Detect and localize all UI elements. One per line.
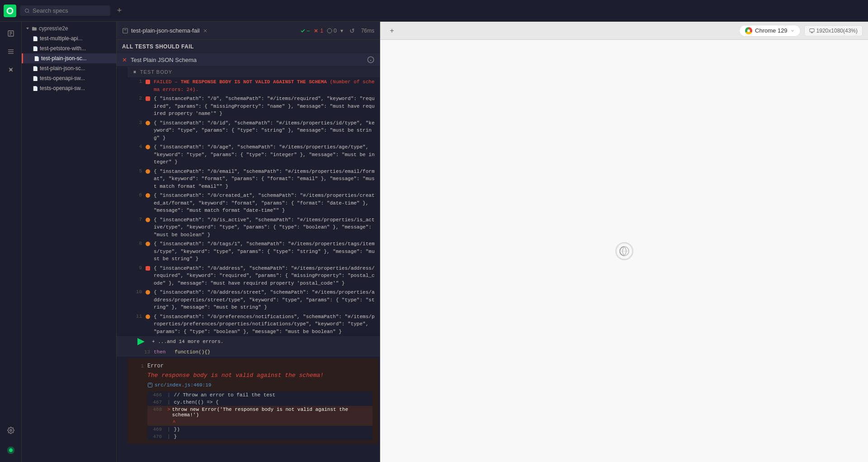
add-spec-button[interactable]: +: [114, 5, 125, 16]
log-line-13[interactable]: 13 then function(){}: [117, 347, 380, 357]
tree-folder-e2e[interactable]: cypress\e2e: [22, 24, 116, 33]
more-errors-text: + ...and 14 more errors.: [152, 339, 223, 344]
spec-status-bar: – 1 0 ▾ ↺ 76ms: [300, 25, 374, 36]
pending-count: 0: [327, 28, 337, 34]
svg-marker-15: [26, 28, 29, 29]
tree-item-3[interactable]: 📄 test-plain-json-sc...: [22, 63, 116, 73]
code-content-caret: ^: [173, 419, 176, 425]
test-case-row[interactable]: ✕ Test Plain JSON Schema: [117, 53, 380, 67]
svg-point-22: [327, 29, 332, 33]
code-content-469: }): [174, 427, 180, 432]
chevron-down-button[interactable]: ▾: [340, 28, 343, 34]
spec-tab: test-plain-json-schema-fail: [122, 27, 208, 34]
log-line-10[interactable]: 10 { "instancePath": "/0/address/street"…: [117, 288, 380, 312]
log-line-2[interactable]: 2 { "instancePath": "/0", "schemaPath": …: [117, 94, 380, 119]
log-content-10: { "instancePath": "/0/address/street", "…: [154, 289, 376, 311]
sidebar-item-list[interactable]: [3, 43, 19, 60]
sidebar-item-settings[interactable]: [3, 422, 19, 438]
code-num-470: 470: [151, 434, 167, 439]
tree-item-label-4: tests-openapi-sw...: [40, 75, 85, 81]
file-link-icon: [147, 382, 153, 388]
log-line-7[interactable]: 7 { "instancePath": "/0/is_active", "sch…: [117, 215, 380, 240]
tree-item-label-2: test-plain-json-sc...: [41, 55, 87, 62]
log-indicator-10: [146, 290, 150, 295]
log-line-8[interactable]: 8 { "instancePath": "/0/tags/1", "schema…: [117, 239, 380, 264]
log-line-9[interactable]: 9 { "instancePath": "/0/address", "schem…: [117, 264, 380, 288]
error-title: Error: [147, 363, 164, 369]
log-line-3[interactable]: 3 { "instancePath": "/0/id", "schemaPath…: [117, 119, 380, 143]
svg-point-1: [8, 9, 12, 13]
file-icon-3: 📄: [33, 66, 38, 71]
error-message: The response body is not valid against t…: [147, 372, 373, 379]
code-line-468: 468 > throw new Error('The response body…: [147, 406, 373, 419]
tree-item-label-0: test-multiple-api...: [40, 35, 83, 42]
log-indicator-2: [146, 96, 150, 101]
info-icon[interactable]: [367, 56, 374, 63]
svg-rect-27: [148, 383, 152, 387]
code-line-469: 469 | }): [147, 426, 373, 433]
tree-item-4[interactable]: 📄 tests-openapi-sw...: [22, 73, 116, 83]
file-icon-2: 📄: [34, 56, 39, 61]
content-area: test-plain-json-schema-fail – 1 0: [117, 22, 380, 462]
sidebar-item-cypress-mark[interactable]: [3, 442, 19, 458]
browser-add-button[interactable]: +: [386, 24, 398, 37]
code-line-470: 470 | }: [147, 433, 373, 440]
tree-item-1[interactable]: 📄 test-petstore-with...: [22, 43, 116, 53]
test-body-header: TEST BODY: [127, 67, 380, 77]
log-line-6[interactable]: 6 { "instancePath": "/0/created_at", "sc…: [117, 191, 380, 215]
search-icon: [24, 8, 30, 14]
more-errors-arrow-icon: [137, 338, 145, 345]
tree-item-2[interactable]: 📄 test-plain-json-sc...: [23, 53, 116, 63]
log-content-4: { "instancePath": "/0/age", "schemaPath"…: [154, 143, 376, 166]
code-line-caret: ^: [147, 419, 373, 426]
log-indicator-1: [146, 80, 150, 84]
log-num-6: 6: [131, 192, 142, 198]
log-indicator-9: [146, 266, 150, 271]
error-label-line: 1 Error: [133, 362, 373, 372]
log-content-8: { "instancePath": "/0/tags/1", "schemaPa…: [154, 240, 376, 263]
error-section: 1 Error The response body is not valid a…: [127, 358, 378, 444]
tree-item-0[interactable]: 📄 test-multiple-api...: [22, 33, 116, 43]
log-indicator-4: [146, 145, 150, 149]
code-line-466: 466 | // Throw an error to fail the test: [147, 391, 373, 399]
monitor-icon: [809, 28, 815, 33]
log-line-11[interactable]: 11 { "instancePath": "/0/preferences/not…: [117, 312, 380, 337]
file-icon-4: 📄: [33, 76, 38, 81]
file-icon-0: 📄: [33, 36, 38, 41]
log-num-7: 7: [131, 216, 142, 222]
sidebar-item-plugins[interactable]: [3, 62, 19, 78]
more-errors-line[interactable]: + ...and 14 more errors.: [117, 336, 380, 347]
test-body-scroll[interactable]: ALL TESTS SHOULD FAIL ✕ Test Plain JSON …: [117, 40, 380, 462]
code-content-468: throw new Error('The response body is no…: [172, 407, 369, 418]
browser-toolbar: + Chrome 129 1920x1080(43%): [380, 22, 868, 40]
log-indicator-8: [146, 242, 150, 246]
svg-rect-29: [810, 29, 814, 32]
log-indicator-6: [146, 193, 150, 198]
resolution-label: 1920x1080(43%): [816, 28, 858, 34]
log-num-9: 9: [131, 265, 142, 271]
code-line-467: 467 | cy.then(() => {: [147, 399, 373, 406]
log-line-1[interactable]: 1 FAILED – THE RESPONSE BODY IS NOT VALI…: [117, 77, 380, 94]
log-num-10: 10: [131, 289, 142, 295]
log-content-11: { "instancePath": "/0/preferences/notifi…: [154, 313, 376, 336]
log-line-4[interactable]: 4 { "instancePath": "/0/age", "schemaPat…: [117, 143, 380, 167]
spec-tab-close[interactable]: [203, 28, 208, 33]
error-file-link[interactable]: src/index.js:469:19: [147, 382, 373, 388]
main-layout: cypress\e2e 📄 test-multiple-api... 📄 tes…: [0, 22, 868, 462]
log-num-3: 3: [131, 119, 142, 125]
log-content-1: FAILED – THE RESPONSE BODY IS NOT VALID …: [154, 78, 376, 93]
sidebar-item-specs[interactable]: [3, 25, 19, 42]
search-specs-label: Search specs: [33, 7, 68, 14]
log-indicator-3: [146, 121, 150, 125]
pass-count: –: [300, 28, 310, 34]
search-specs-bar[interactable]: Search specs: [20, 5, 110, 16]
svg-point-12: [10, 429, 12, 431]
log-line-5[interactable]: 5 { "instancePath": "/0/email", "schemaP…: [117, 167, 380, 191]
fail-count: 1: [313, 28, 323, 34]
log-indicator-11: [146, 314, 150, 319]
svg-rect-16: [123, 28, 128, 33]
refresh-button[interactable]: ↺: [347, 25, 358, 36]
chevron-down-icon[interactable]: [790, 29, 795, 33]
spec-header: test-plain-json-schema-fail – 1 0: [117, 22, 380, 40]
tree-item-5[interactable]: 📄 tests-openapi-sw...: [22, 83, 116, 93]
